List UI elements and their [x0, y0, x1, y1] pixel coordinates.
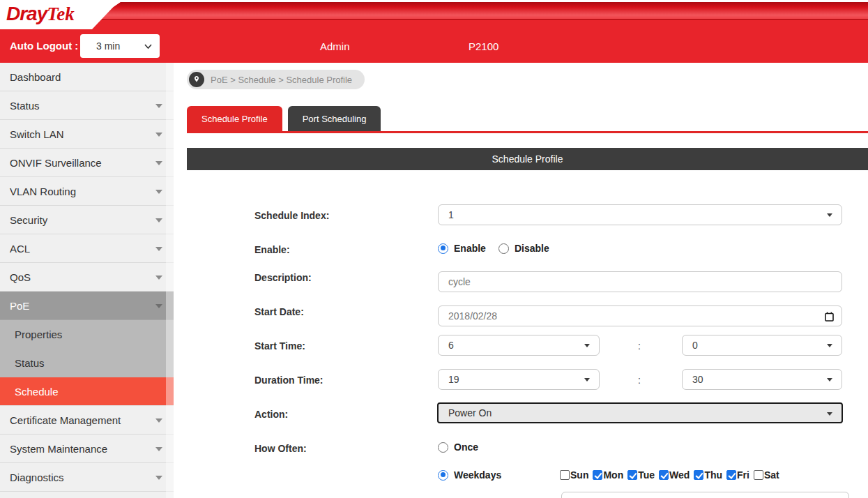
sidebar: Dashboard Status Switch LAN ONVIF Survei… — [0, 63, 174, 498]
duration-minute-select[interactable]: 30 — [682, 369, 842, 390]
sidebar-item-status[interactable]: Status — [0, 91, 174, 120]
sidebar-item-label: Properties — [15, 329, 62, 340]
chevron-down-icon — [144, 42, 153, 51]
checkbox-thu[interactable] — [694, 470, 703, 480]
description-input[interactable] — [438, 271, 842, 292]
action-label: Action: — [254, 409, 288, 420]
start-date-label: Start Date: — [254, 306, 304, 317]
start-time-minute-select[interactable]: 0 — [682, 335, 842, 356]
auto-logout-label: Auto Logout : — [10, 40, 78, 52]
calendar-icon[interactable] — [825, 312, 834, 324]
sidebar-item-label: Security — [10, 214, 47, 226]
tab-bar: Schedule Profile Port Scheduling — [187, 106, 381, 131]
sidebar-item-label: ACL — [10, 243, 30, 255]
sidebar-item-qos[interactable]: QoS — [0, 263, 174, 292]
chevron-down-icon — [155, 418, 162, 423]
weekdays-radio-row: Weekdays — [438, 469, 514, 481]
checkbox-wed[interactable] — [659, 470, 669, 480]
sidebar-item-poe-properties[interactable]: Properties — [0, 320, 174, 349]
once-radio-row: Once — [438, 442, 491, 453]
checkbox-label-fri: Fri — [737, 469, 749, 481]
checkbox-mon[interactable] — [593, 470, 602, 480]
auto-logout-value: 3 min — [96, 40, 120, 52]
enable-radio[interactable] — [438, 243, 448, 254]
checkbox-label-tue: Tue — [638, 469, 655, 481]
disable-radio[interactable] — [498, 243, 509, 254]
sidebar-scrollbar[interactable] — [166, 63, 174, 498]
chevron-down-icon — [155, 218, 162, 222]
sidebar-item-label: ONVIF Surveillance — [10, 157, 102, 169]
sidebar-item-poe[interactable]: PoE — [0, 292, 174, 320]
start-time-minute-value: 0 — [692, 340, 698, 351]
chevron-down-icon — [155, 304, 162, 308]
schedule-index-select[interactable]: 1 — [438, 204, 842, 225]
start-time-hour-select[interactable]: 6 — [438, 335, 600, 356]
sidebar-item-label: Status — [10, 100, 40, 112]
checkbox-tue[interactable] — [627, 470, 637, 480]
caret-down-icon — [827, 378, 832, 382]
start-date-input[interactable]: 2018/02/28 — [438, 305, 842, 326]
caret-down-icon — [584, 344, 590, 347]
tab-label: Port Scheduling — [303, 114, 367, 124]
location-pin-icon — [189, 72, 204, 87]
sidebar-item-label: Status — [15, 357, 45, 369]
device-model: P2100 — [469, 40, 498, 52]
sidebar-item-onvif-surveillance[interactable]: ONVIF Surveillance — [0, 149, 174, 177]
sidebar-item-switch-lan[interactable]: Switch LAN — [0, 120, 174, 149]
duration-hour-select[interactable]: 19 — [438, 369, 600, 390]
once-radio-label: Once — [454, 442, 478, 453]
sidebar-item-label: Switch LAN — [10, 128, 64, 140]
once-radio[interactable] — [438, 442, 448, 453]
how-often-label: How Often: — [254, 443, 307, 454]
sidebar-item-label: QoS — [10, 271, 31, 283]
weekday-checkbox-group: Sun Mon Tue Wed Thu Fri Sat — [560, 469, 784, 481]
header-top: DrayTek — [0, 0, 868, 29]
sidebar-item-diagnostics[interactable]: Diagnostics — [0, 463, 174, 492]
time-separator: : — [638, 375, 641, 386]
breadcrumb-text: PoE > Schedule > Schedule Profile — [211, 75, 352, 85]
auto-logout-select[interactable]: 3 min — [80, 34, 160, 58]
sidebar-item-label: Schedule — [15, 386, 59, 398]
header-gloss — [80, 2, 868, 20]
duration-minute-value: 30 — [692, 374, 703, 385]
checkbox-sun[interactable] — [560, 470, 570, 480]
chevron-down-icon — [155, 161, 162, 165]
weekdays-radio[interactable] — [438, 470, 448, 481]
checkbox-fri[interactable] — [726, 470, 736, 480]
sidebar-item-poe-status[interactable]: Status — [0, 349, 174, 377]
sidebar-item-poe-schedule[interactable]: Schedule — [0, 377, 174, 406]
schedule-index-label: Schedule Index: — [254, 210, 329, 221]
sidebar-item-vlan-routing[interactable]: VLAN Routing — [0, 177, 174, 206]
checkbox-sat[interactable] — [754, 470, 763, 480]
sidebar-item-label: System Maintenance — [10, 443, 107, 455]
logo-text-tek: Tek — [47, 3, 75, 24]
duration-hour-value: 19 — [448, 374, 459, 385]
chevron-down-icon — [155, 190, 162, 194]
caret-down-icon — [827, 412, 832, 416]
schedule-index-value: 1 — [448, 209, 454, 220]
enable-label: Enable: — [254, 244, 290, 255]
disable-radio-label: Disable — [515, 243, 549, 254]
sidebar-item-acl[interactable]: ACL — [0, 234, 174, 263]
action-value: Power On — [448, 407, 492, 418]
start-time-label: Start Time: — [254, 340, 305, 352]
checkbox-label-thu: Thu — [704, 469, 722, 481]
sidebar-item-dashboard[interactable]: Dashboard — [0, 63, 174, 91]
action-select[interactable]: Power On — [437, 402, 843, 423]
sidebar-item-system-maintenance[interactable]: System Maintenance — [0, 435, 174, 463]
sidebar-item-label: Dashboard — [10, 71, 61, 83]
tab-label: Schedule Profile — [201, 114, 268, 124]
section-header: Schedule Profile — [187, 148, 868, 170]
start-date-value: 2018/02/28 — [448, 310, 497, 322]
header-red-band — [80, 2, 868, 29]
chevron-down-icon — [155, 276, 162, 280]
sidebar-item-label: Diagnostics — [10, 471, 64, 483]
partial-input[interactable] — [561, 492, 849, 498]
tab-port-scheduling[interactable]: Port Scheduling — [288, 106, 381, 131]
sidebar-item-certificate-management[interactable]: Certificate Management — [0, 406, 174, 435]
weekdays-radio-label: Weekdays — [454, 469, 501, 481]
draytek-logo: DrayTek — [6, 3, 75, 25]
sidebar-item-security[interactable]: Security — [0, 206, 174, 234]
tab-schedule-profile[interactable]: Schedule Profile — [187, 106, 282, 131]
checkbox-label-sun: Sun — [570, 469, 588, 481]
